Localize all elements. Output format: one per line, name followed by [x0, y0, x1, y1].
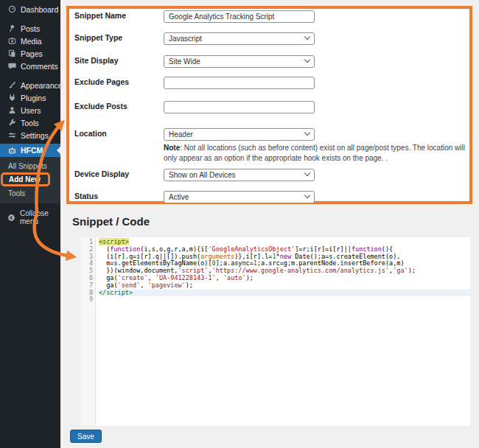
line-number-gutter: 123456789 [81, 237, 96, 426]
line-number: 9 [81, 296, 93, 304]
collapse-menu-label: Collapse menu [20, 209, 60, 225]
dashboard-icon [7, 5, 16, 14]
device-display-select[interactable]: Show on All Devices [164, 169, 315, 181]
sidebar-item-label: Plugins [21, 94, 46, 102]
media-icon [7, 37, 16, 46]
snippet-form-card: Snippet NameSnippet TypeJavascriptSite D… [66, 6, 472, 204]
field-label-location: Location [74, 127, 164, 141]
sidebar-item-tools[interactable]: Tools [0, 116, 60, 129]
sidebar-item-label: Pages [21, 49, 43, 58]
save-button[interactable]: Save [70, 430, 102, 443]
field-label-snippet-type: Snippet Type [74, 31, 164, 45]
comments-icon [7, 62, 16, 71]
sidebar-item-label: HFCM [21, 146, 43, 155]
status-select[interactable]: Active [164, 191, 315, 203]
note-label: Note [164, 144, 180, 152]
field-row-device-display: Device DisplayShow on All Devices [74, 167, 315, 181]
field-row-status: StatusActive [74, 189, 315, 203]
tools-icon [7, 119, 16, 127]
sidebar-item-label: Dashboard [21, 5, 58, 14]
code-area: <script> (function(i,s,o,g,r,a,m){i['Goo… [96, 237, 470, 426]
sidebar-item-hfcm[interactable]: HFCM [0, 144, 60, 157]
sidebar-item-users[interactable]: Users [0, 104, 60, 116]
pin-icon [7, 24, 16, 33]
appearance-icon [7, 81, 16, 90]
code-editor[interactable]: 123456789 <script> (function(i,s,o,g,r,a… [81, 237, 470, 426]
field-row-snippet-name: Snippet Name [74, 9, 315, 23]
settings-icon [7, 131, 16, 140]
location-note: Note: Not all locations (such as before … [164, 143, 466, 163]
wp-admin-sidebar: DashboardPostsMediaPagesCommentsAppearan… [0, 0, 60, 448]
field-label-device-display: Device Display [74, 167, 164, 181]
submenu-item-all-snippets[interactable]: All Snippets [0, 160, 60, 172]
field-label-site-display: Site Display [74, 54, 164, 68]
sidebar-item-label: Comments [21, 62, 58, 71]
snippet-type-select[interactable]: Javascript [164, 32, 315, 45]
sidebar-item-plugins[interactable]: Plugins [0, 91, 60, 104]
exclude-posts-input[interactable] [164, 101, 315, 113]
submenu-item-tools[interactable]: Tools [0, 187, 60, 199]
sidebar-item-comments[interactable]: Comments [0, 60, 60, 72]
snippet-name-input[interactable] [164, 10, 315, 23]
users-icon [7, 106, 16, 115]
code-line-7: ga('send', 'pageview'); [99, 282, 470, 290]
hfcm-submenu: All SnippetsAdd NewTools [0, 157, 60, 203]
code-line-9 [99, 296, 470, 304]
sidebar-item-pages[interactable]: Pages [0, 47, 60, 60]
sidebar-item-label: Posts [21, 24, 40, 33]
sidebar-item-settings[interactable]: Settings [0, 129, 60, 141]
sidebar-item-media[interactable]: Media [0, 35, 60, 47]
sidebar-item-label: Media [21, 37, 42, 46]
location-select[interactable]: Header [164, 128, 315, 141]
field-label-exclude-pages: Exclude Pages [74, 75, 164, 89]
plugins-icon [7, 94, 16, 102]
collapse-arrow-icon [7, 214, 15, 222]
code-line-8: </script> [99, 290, 470, 297]
field-label-status: Status [74, 189, 164, 203]
field-label-exclude-posts: Exclude Posts [74, 99, 164, 113]
submenu-item-add-new[interactable]: Add New [1, 172, 50, 186]
sidebar-item-posts[interactable]: Posts [0, 22, 60, 35]
sidebar-item-appearance[interactable]: Appearance [0, 79, 60, 91]
site-display-select[interactable]: Site Wide [164, 55, 315, 68]
hfcm-robot-icon [7, 146, 16, 155]
collapse-menu-button[interactable]: Collapse menu [0, 209, 60, 225]
active-menu-pointer [53, 147, 60, 154]
sidebar-item-label: Tools [21, 119, 39, 127]
exclude-pages-input[interactable] [164, 77, 315, 89]
snippet-code-heading: Snippet / Code [72, 215, 150, 228]
field-row-location: LocationHeader [74, 127, 315, 141]
sidebar-item-label: Appearance [21, 81, 63, 90]
field-label-snippet-name: Snippet Name [74, 9, 164, 23]
sidebar-item-label: Settings [21, 131, 49, 140]
sidebar-item-dashboard[interactable]: Dashboard [0, 3, 60, 15]
field-row-site-display: Site DisplaySite Wide [74, 54, 315, 68]
field-row-snippet-type: Snippet TypeJavascript [74, 31, 315, 45]
admin-menu: DashboardPostsMediaPagesCommentsAppearan… [0, 0, 60, 157]
field-row-exclude-pages: Exclude Pages [74, 75, 315, 89]
field-row-exclude-posts: Exclude Posts [74, 99, 315, 113]
pages-icon [7, 49, 16, 58]
sidebar-item-label: Users [21, 106, 41, 115]
